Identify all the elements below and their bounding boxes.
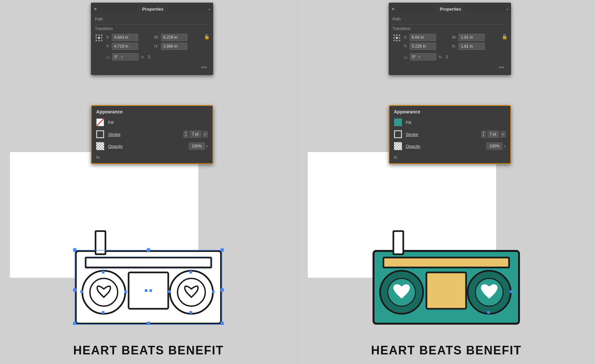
svg-rect-19 [80,290,83,293]
right-collapse-button[interactable]: « [506,7,508,11]
right-opacity-row: Opacity 100% › [389,140,510,152]
left-fx-label[interactable]: fx. [96,155,101,160]
right-more-button[interactable]: ••• [393,63,507,72]
left-fill-row: Fill [92,116,213,128]
svg-rect-1 [96,231,105,254]
right-y-input[interactable]: 5.226 in [410,43,436,50]
right-stroke-dropdown[interactable]: ▾ [500,131,506,138]
svg-rect-11 [220,248,224,252]
right-fill-swatch[interactable] [394,118,402,126]
left-transform-label: Transform [95,26,209,31]
left-opacity-swatch [96,142,104,150]
ref-dot [101,37,102,39]
left-transform-section: X: 4.843 in W: 6.229 in Y: 4.719 in H: 3… [95,34,209,63]
left-flip-v-icon[interactable]: ⇅ [147,54,151,60]
right-stroke-value[interactable]: 7 pt [487,131,499,138]
left-appearance-panel: Appearance Fill Stroke ▲ ▼ 7 pt ▾ Opacit… [91,105,213,164]
ref-dot [399,40,400,41]
ref-dot [98,34,100,36]
svg-rect-10 [147,248,150,252]
right-stepper-up: ▲ [482,131,485,134]
left-flip-h-icon[interactable]: ⇆ [140,54,144,60]
left-x-label: X: [106,35,110,40]
right-stroke-controls: ▲ ▼ 7 pt ▾ [481,131,506,138]
left-opacity-value[interactable]: 100% [189,142,205,150]
right-opacity-controls: 100% › [486,142,505,150]
right-stroke-swatch[interactable] [394,130,402,138]
right-panel-body: Path Transform [389,14,511,75]
right-opacity-arrow[interactable]: › [504,143,505,149]
left-stroke-stepper[interactable]: ▲ ▼ [183,131,188,138]
right-ref-point-icon[interactable] [393,34,401,42]
right-boombox-title: HEART BEATS BENEFIT [371,344,522,357]
ref-dot [393,40,395,41]
left-opacity-row: Opacity 100% › [92,140,213,152]
right-lock-container: 🔓 [502,34,507,40]
left-fx-row: fx. [92,152,213,163]
left-transform-grid: X: 4.843 in W: 6.229 in Y: 4.719 in H: 3… [106,34,201,50]
right-stroke-stepper[interactable]: ▲ ▼ [481,131,486,138]
left-path-label: Path [95,17,209,21]
left-angle-input[interactable]: 0° ▾ [112,53,139,61]
left-properties-panel: ✕ Properties « Path Transform [91,3,213,75]
right-opacity-swatch [394,142,402,150]
left-rotation-row: △: 0° ▾ ⇆ ⇅ [106,53,201,61]
right-angle-input[interactable]: 0° ▾ [410,53,436,61]
left-more-button[interactable]: ••• [95,63,209,72]
right-panel: ✕ Properties « Path Transform [298,0,595,364]
right-opacity-value[interactable]: 100% [486,142,502,150]
left-opacity-arrow[interactable]: › [206,143,208,149]
left-boombox-svg [59,211,238,340]
right-close-button[interactable]: ✕ [391,7,395,11]
left-x-input[interactable]: 4.843 in [112,34,138,41]
ref-dot-active [98,37,100,39]
svg-rect-36 [487,311,490,314]
left-panel-title: Properties [138,5,168,14]
ref-dot-active [396,37,398,39]
left-opacity-label: Opacity [108,144,185,149]
right-transform-section: X: 6.64 in W: 1.81 in Y: 5.226 in H: 1.8… [393,34,507,63]
ref-dot [96,34,97,36]
right-y-label: Y: [404,44,408,49]
left-angle-dropdown[interactable]: ▾ [121,55,123,59]
right-properties-panel: ✕ Properties « Path Transform [389,3,511,75]
svg-point-5 [90,278,118,306]
left-ref-point-icon[interactable] [95,34,103,42]
right-stroke-label: Stroke [406,132,477,137]
right-w-input[interactable]: 1.81 in [458,34,485,41]
left-h-input[interactable]: 3.866 in [161,43,187,50]
left-w-label: W: [154,35,159,40]
right-x-input[interactable]: 6.64 in [410,34,436,41]
right-rotation-row: △: 0° ▾ ⇆ ⇅ [404,53,499,61]
ref-dot [396,40,398,41]
left-appearance-title: Appearance [92,106,213,116]
left-w-input[interactable]: 6.229 in [161,34,187,41]
left-y-input[interactable]: 4.719 in [112,43,138,50]
right-flip-h-icon[interactable]: ⇆ [438,54,442,60]
right-path-label: Path [393,17,507,21]
left-panel: ✕ Properties « Path Transform [0,0,298,364]
right-flip-v-icon[interactable]: ⇅ [445,54,449,60]
left-stroke-label: Stroke [108,132,179,137]
left-y-label: Y: [106,44,110,49]
right-w-label: W: [452,35,456,40]
svg-rect-20 [124,290,127,293]
left-lock-icon[interactable]: 🔓 [204,34,210,39]
left-collapse-button[interactable]: « [209,7,211,11]
right-fx-label[interactable]: fx. [394,155,399,160]
right-h-input[interactable]: 1.81 in [458,43,485,50]
svg-rect-25 [145,289,147,292]
right-angle-dropdown[interactable]: ▾ [418,55,420,59]
left-stroke-dropdown[interactable]: ▾ [203,131,208,138]
svg-rect-26 [149,289,152,292]
left-stroke-swatch[interactable] [96,130,104,138]
left-stroke-row: Stroke ▲ ▼ 7 pt ▾ [92,128,213,140]
right-fx-row: fx. [389,152,510,163]
left-fill-swatch[interactable] [96,118,104,126]
left-close-button[interactable]: ✕ [94,7,97,11]
svg-rect-23 [168,290,171,293]
svg-rect-15 [147,322,150,325]
right-lock-icon[interactable]: 🔓 [502,34,507,39]
right-panel-title: Properties [435,5,466,14]
left-stroke-value[interactable]: 7 pt [189,131,201,138]
